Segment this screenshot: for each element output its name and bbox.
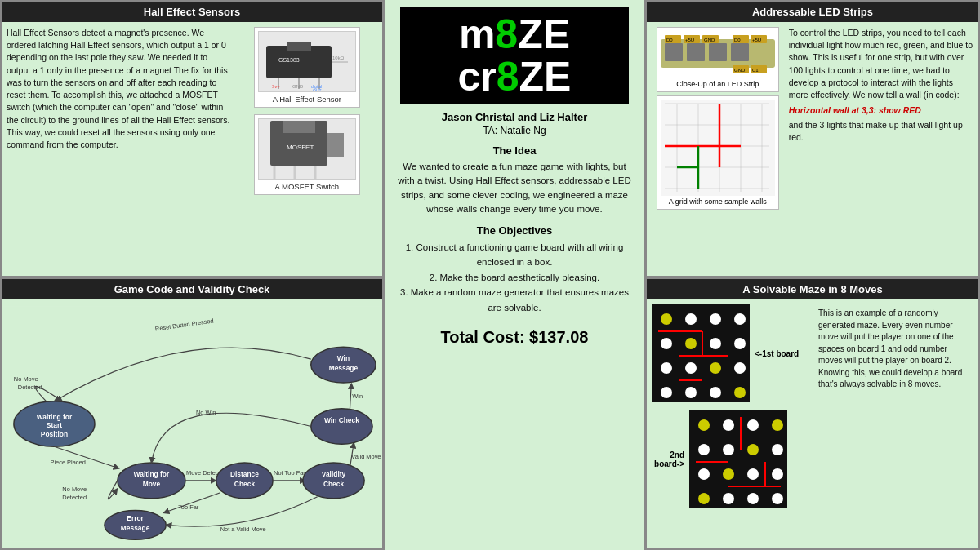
led-images: D0 +5U GND D0 +5U GND [652,27,784,271]
svg-point-108 [685,387,697,398]
maze-description: This is an example of a randomly generat… [815,308,973,391]
svg-point-105 [710,362,721,374]
svg-text:+5U: +5U [752,38,761,42]
svg-point-125 [723,468,734,480]
hall-effect-panel: Hall Effect Sensors Hall Effect Sensors … [0,0,384,277]
maze-title: A Solvable Maze in 8 Moves [647,279,978,299]
svg-text:D0: D0 [734,38,741,42]
svg-point-106 [734,362,746,374]
author-names: Jason Christal and Liz Halter [442,111,587,123]
svg-text:OUT: OUT [313,88,322,91]
svg-text:No Move: No Move [14,375,38,383]
grid-walls-svg [661,100,775,196]
sensor-image-box: GS1383 3v+ GND digital OUT 10kΩ A [254,27,360,108]
svg-point-110 [734,387,746,398]
svg-point-85 [311,409,372,445]
svg-text:Waiting for: Waiting for [37,413,73,421]
svg-text:Waiting for: Waiting for [134,470,170,478]
logo: m8ZE cr8ZE [458,13,572,99]
objectives-title: The Objectives [477,224,552,237]
svg-text:Detected: Detected [18,384,42,391]
svg-text:Move: Move [143,480,161,488]
board1-svg [652,304,750,402]
svg-point-131 [772,493,783,504]
svg-point-130 [747,493,759,504]
svg-text:No Win: No Win [196,409,216,416]
center-panel: m8ZE cr8ZE Jason Christal and Liz Halter… [384,0,645,550]
led-grid-label: A grid with some sample walls [669,197,767,206]
svg-text:Not Too Far: Not Too Far [274,469,305,477]
svg-text:+5U: +5U [685,38,694,42]
svg-point-99 [661,338,672,349]
svg-text:Message: Message [329,364,359,372]
svg-text:GND: GND [292,84,304,89]
svg-text:Valid Move: Valid Move [351,453,381,460]
svg-point-119 [772,419,783,431]
hall-description: Hall Effect Sensors detect a magnet's pr… [7,27,232,271]
svg-text:Message: Message [121,524,150,532]
svg-text:MOSFET: MOSFET [287,144,314,151]
svg-text:C1: C1 [752,68,759,73]
sensor-image: GS1383 3v+ GND digital OUT 10kΩ [258,31,356,92]
board2-label: 2nd board-> [652,450,684,468]
svg-point-107 [661,387,672,398]
svg-text:3v+: 3v+ [272,84,280,89]
led-strip-label: Close-Up of an LED Strip [676,80,759,88]
svg-point-116 [698,419,710,431]
svg-text:Piece Placed: Piece Placed [50,459,85,466]
state-machine-svg: Waiting for Start Position No Move Detec… [2,299,382,548]
led-grid-image-box: A grid with some sample walls [657,95,779,210]
sensor-svg: GS1383 3v+ GND digital OUT 10kΩ [262,33,352,91]
logo-box: m8ZE cr8ZE [400,7,629,104]
svg-point-103 [661,362,672,374]
obj3: 3. Make a random maze generator that ens… [394,285,635,315]
svg-text:GND: GND [734,68,746,73]
total-cost: Total Cost: $137.08 [441,328,589,347]
svg-text:10kΩ: 10kΩ [332,55,345,60]
svg-point-122 [747,444,759,455]
svg-rect-26 [665,43,683,61]
mosfet-image-box: MOSFET A MOSFET Switch [254,114,360,195]
svg-point-95 [661,313,672,325]
led-strip-image-box: D0 +5U GND D0 +5U GND [657,27,779,92]
svg-point-128 [698,493,710,504]
state-machine-diagram: Waiting for Start Position No Move Detec… [2,299,382,548]
svg-point-102 [734,338,746,349]
svg-point-96 [685,313,697,325]
svg-point-121 [723,444,734,455]
svg-text:Position: Position [41,430,68,438]
svg-rect-1 [287,42,311,51]
svg-text:Check: Check [323,480,345,488]
svg-point-104 [685,362,697,374]
sensor-label: A Hall Effect Sensor [273,95,341,104]
objectives: 1. Construct a functioning game board wi… [394,240,635,315]
svg-rect-18 [327,133,344,157]
led-highlight: Horizontal wall at 3,3: show RED [789,104,973,117]
svg-text:Win: Win [337,354,350,362]
svg-text:Check: Check [234,480,256,488]
svg-text:Distance: Distance [230,470,259,478]
svg-point-100 [685,338,697,349]
hall-title: Hall Effect Sensors [2,2,382,22]
game-title: Game Code and Validity Check [2,279,382,299]
svg-point-129 [723,493,734,504]
led-text2: and the 3 lights that make up that wall … [789,120,963,142]
idea-title: The Idea [493,144,537,157]
svg-rect-38 [661,100,775,196]
svg-text:D0: D0 [666,38,673,42]
obj2: 2. Make the board aesthetically pleasing… [394,270,635,285]
svg-text:Detected: Detected [62,494,87,501]
ta-name: TA: Natalie Ng [483,125,546,136]
svg-text:GND: GND [704,38,715,42]
led-panel: Addressable LED Strips D0 +5U GND [645,0,980,277]
svg-point-97 [710,313,721,325]
svg-text:Not a Valid Move: Not a Valid Move [220,526,266,533]
svg-text:Start: Start [47,421,62,429]
hall-images: GS1383 3v+ GND digital OUT 10kΩ A [237,27,377,271]
mosfet-label: A MOSFET Switch [275,182,339,191]
svg-text:No Move: No Move [62,486,87,493]
svg-text:Error: Error [127,514,144,522]
svg-rect-28 [709,43,727,61]
svg-text:Validity: Validity [322,470,346,478]
svg-point-127 [772,468,783,480]
